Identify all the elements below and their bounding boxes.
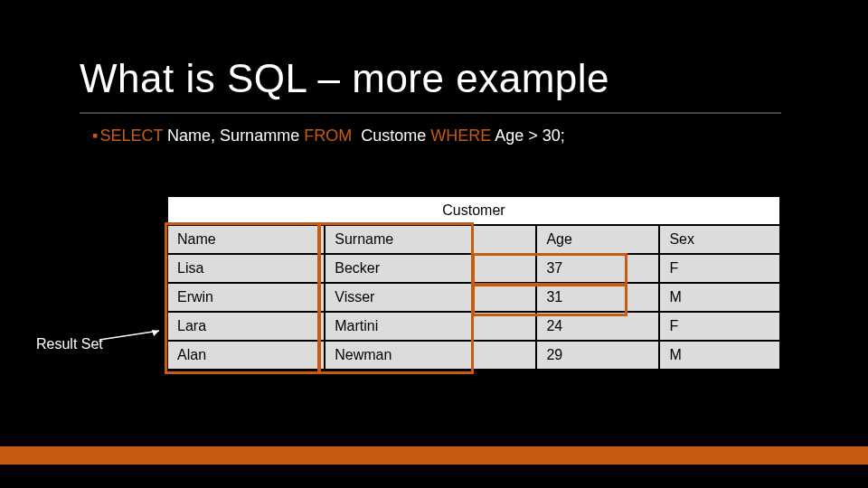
sql-text: Custome bbox=[352, 127, 430, 145]
sql-text: Name, Surnamme bbox=[163, 127, 304, 145]
slide: What is SQL – more example ▪SELECT Name,… bbox=[0, 0, 868, 488]
table-header-row: Name Surname Age Sex bbox=[167, 225, 780, 254]
bullet-icon: ▪ bbox=[92, 127, 98, 145]
footer-accent-bar bbox=[0, 446, 868, 465]
cell: 31 bbox=[536, 283, 659, 312]
table-caption: Customer bbox=[167, 196, 780, 225]
cell: 29 bbox=[536, 341, 659, 370]
cell: M bbox=[659, 283, 780, 312]
page-title: What is SQL – more example bbox=[80, 56, 609, 101]
cell: Newman bbox=[325, 341, 536, 370]
sql-keyword: SELECT bbox=[99, 127, 163, 145]
cell: F bbox=[659, 254, 780, 283]
col-surname: Surname bbox=[325, 225, 536, 254]
cell: Erwin bbox=[167, 283, 325, 312]
table-row: Alan Newman 29 M bbox=[167, 341, 780, 370]
cell: Becker bbox=[325, 254, 536, 283]
cell: 24 bbox=[536, 312, 659, 341]
cell: Visser bbox=[325, 283, 536, 312]
cell: Lara bbox=[167, 312, 325, 341]
col-sex: Sex bbox=[659, 225, 780, 254]
col-age: Age bbox=[536, 225, 659, 254]
result-set-label: Result Set bbox=[36, 336, 103, 352]
arrow-icon bbox=[96, 329, 163, 342]
svg-line-0 bbox=[99, 331, 159, 340]
cell: 37 bbox=[536, 254, 659, 283]
svg-marker-1 bbox=[152, 330, 159, 336]
cell: Lisa bbox=[167, 254, 325, 283]
table-caption-row: Customer bbox=[167, 196, 780, 225]
cell: M bbox=[659, 341, 780, 370]
cell: Martini bbox=[325, 312, 536, 341]
cell: F bbox=[659, 312, 780, 341]
table-row: Lisa Becker 37 F bbox=[167, 254, 780, 283]
table-row: Erwin Visser 31 M bbox=[167, 283, 780, 312]
col-name: Name bbox=[167, 225, 325, 254]
customer-table: Customer Name Surname Age Sex Lisa Becke… bbox=[166, 195, 781, 371]
sql-keyword: WHERE bbox=[430, 127, 491, 145]
sql-statement: ▪SELECT Name, Surnamme FROM Custome WHER… bbox=[92, 127, 565, 145]
title-divider bbox=[80, 112, 781, 114]
cell: Alan bbox=[167, 341, 325, 370]
sql-keyword: FROM bbox=[304, 127, 352, 145]
table-row: Lara Martini 24 F bbox=[167, 312, 780, 341]
sql-text: Age > 30; bbox=[491, 127, 565, 145]
customer-table-wrap: Customer Name Surname Age Sex Lisa Becke… bbox=[166, 195, 781, 371]
